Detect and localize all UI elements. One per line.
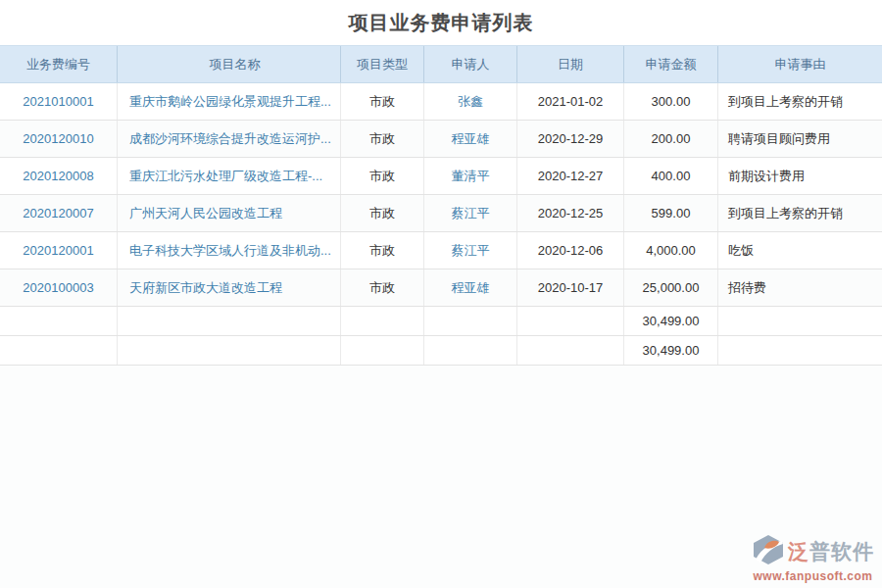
page-title: 项目业务费申请列表 — [349, 10, 534, 36]
date-cell: 2020-12-29 — [517, 121, 624, 157]
reason-cell: 聘请项目顾问费用 — [718, 121, 882, 157]
col-header-amount: 申请金额 — [624, 46, 718, 82]
applicant-link[interactable]: 蔡江平 — [452, 205, 490, 222]
col-header-reason: 申请事由 — [718, 46, 882, 82]
date-cell: 2020-12-06 — [517, 232, 624, 269]
project-link[interactable]: 电子科技大学区域人行道及非机动... — [129, 242, 331, 260]
page-total-row: 30,499.00 — [0, 307, 882, 336]
date-cell: 2021-01-02 — [517, 83, 624, 120]
amount-cell: 300.00 — [624, 83, 718, 120]
reason-cell: 吃饭 — [718, 232, 882, 269]
fee-id-link[interactable]: 2020100003 — [23, 280, 93, 295]
applicant-link[interactable]: 程亚雄 — [452, 279, 490, 297]
col-header-fee-id: 业务费编号 — [0, 46, 118, 82]
col-header-project: 项目名称 — [118, 46, 341, 82]
amount-cell: 200.00 — [624, 121, 718, 157]
col-header-applicant: 申请人 — [424, 46, 517, 82]
applicant-link[interactable]: 程亚雄 — [452, 130, 490, 148]
col-header-type: 项目类型 — [341, 46, 424, 82]
reason-cell: 到项目上考察的开销 — [718, 195, 882, 231]
project-type-cell: 市政 — [341, 232, 424, 269]
brand-website: www.fanpusoft.com — [753, 570, 872, 582]
fee-id-link[interactable]: 2020120007 — [23, 206, 93, 220]
project-type-cell: 市政 — [341, 270, 424, 306]
project-link[interactable]: 重庆市鹅岭公园绿化景观提升工程... — [129, 93, 331, 111]
applicant-link[interactable]: 张鑫 — [458, 93, 483, 111]
fanpu-brand-link[interactable]: 泛普软件 www.fanpusoft.com — [752, 534, 874, 582]
table-header-row: 业务费编号 项目名称 项目类型 申请人 日期 申请金额 申请事由 — [0, 46, 882, 83]
business-fee-table: 业务费编号 项目名称 项目类型 申请人 日期 申请金额 申请事由 2021010… — [0, 45, 882, 366]
reason-cell: 到项目上考察的开销 — [718, 83, 882, 120]
project-type-cell: 市政 — [341, 195, 424, 231]
date-cell: 2020-12-25 — [517, 195, 624, 231]
page-total-amount: 30,499.00 — [624, 307, 718, 335]
table-row: 2021010001 重庆市鹅岭公园绿化景观提升工程... 市政 张鑫 2021… — [0, 83, 882, 121]
date-cell: 2020-12-27 — [517, 158, 624, 194]
amount-cell: 400.00 — [624, 158, 718, 194]
project-link[interactable]: 成都沙河环境综合提升改造运河护... — [129, 130, 331, 148]
fee-id-link[interactable]: 2020120008 — [23, 169, 93, 183]
grand-total-row: 30,499.00 — [0, 336, 882, 366]
amount-cell: 4,000.00 — [624, 232, 718, 269]
fee-id-link[interactable]: 2020120010 — [23, 131, 93, 146]
project-type-cell: 市政 — [341, 158, 424, 194]
grand-total-amount: 30,499.00 — [624, 336, 718, 365]
col-header-date: 日期 — [517, 46, 624, 82]
title-bar: 项目业务费申请列表 — [0, 0, 882, 45]
applicant-link[interactable]: 蔡江平 — [452, 242, 490, 260]
applicant-link[interactable]: 董清平 — [452, 168, 490, 185]
reason-cell: 前期设计费用 — [718, 158, 882, 194]
project-type-cell: 市政 — [341, 83, 424, 120]
project-type-cell: 市政 — [341, 121, 424, 157]
table-row: 2020100003 天府新区市政大道改造工程 市政 程亚雄 2020-10-1… — [0, 270, 882, 307]
reason-cell: 招待费 — [718, 270, 882, 306]
project-link[interactable]: 重庆江北污水处理厂级改造工程-... — [129, 168, 322, 185]
fee-id-link[interactable]: 2021010001 — [23, 94, 93, 109]
amount-cell: 25,000.00 — [624, 270, 718, 306]
table-row: 2020120001 电子科技大学区域人行道及非机动... 市政 蔡江平 202… — [0, 232, 882, 270]
amount-cell: 599.00 — [624, 195, 718, 231]
project-link[interactable]: 天府新区市政大道改造工程 — [129, 279, 282, 297]
table-row: 2020120010 成都沙河环境综合提升改造运河护... 市政 程亚雄 202… — [0, 121, 882, 158]
fanpu-logo-icon — [752, 534, 785, 568]
fee-id-link[interactable]: 2020120001 — [23, 243, 93, 258]
brand-name: 泛普软件 — [788, 541, 874, 562]
table-row: 2020120008 重庆江北污水处理厂级改造工程-... 市政 董清平 202… — [0, 158, 882, 195]
table-row: 2020120007 广州天河人民公园改造工程 市政 蔡江平 2020-12-2… — [0, 195, 882, 232]
date-cell: 2020-10-17 — [517, 270, 624, 306]
project-link[interactable]: 广州天河人民公园改造工程 — [129, 205, 282, 222]
